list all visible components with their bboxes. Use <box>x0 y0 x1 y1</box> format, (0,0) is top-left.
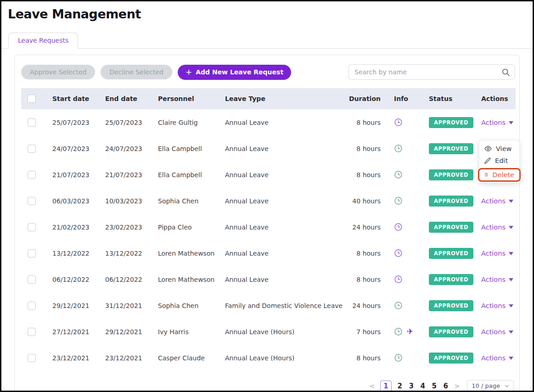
duration-cell: 24 hours <box>348 224 383 231</box>
pagination-pages: 123456 <box>380 381 449 392</box>
row-checkbox[interactable] <box>28 328 36 336</box>
row-checkbox[interactable] <box>28 118 36 127</box>
status-badge: APPROVED <box>429 117 473 128</box>
pagination-next-button[interactable]: > <box>454 382 461 390</box>
personnel-cell: Ivy Harris <box>152 328 219 336</box>
info-cell: ✈ <box>383 353 424 362</box>
pagination-page-1[interactable]: 1 <box>380 381 391 392</box>
pagination-page-5[interactable]: 5 <box>431 382 438 390</box>
actions-dropdown-trigger[interactable]: Actions <box>481 224 513 231</box>
menu-item-delete-label: Delete <box>492 171 514 179</box>
duration-cell: 24 hours <box>348 302 383 309</box>
personnel-cell: Loren Mathewson <box>152 250 219 257</box>
plane-icon: ✈ <box>407 328 413 336</box>
end-date-cell: 24/07/2023 <box>100 145 152 152</box>
chevron-down-icon <box>509 330 513 334</box>
clock-icon <box>394 196 403 205</box>
info-cell: ✈ <box>383 275 424 284</box>
pagination: < 123456 > 10 / page <box>21 380 514 392</box>
start-date-cell: 23/12/2021 <box>47 354 100 362</box>
row-checkbox[interactable] <box>28 197 36 205</box>
table-row: 29/12/2021 31/12/2021 Sophia Chen Family… <box>21 292 516 319</box>
start-date-cell: 21/02/2023 <box>47 224 100 231</box>
personnel-cell: Sophia Chen <box>152 197 219 205</box>
actions-dropdown-trigger[interactable]: Actions <box>481 276 513 283</box>
start-date-cell: 13/12/2022 <box>47 250 100 257</box>
actions-dropdown-trigger[interactable]: Actions <box>481 119 513 126</box>
approve-selected-button[interactable]: Approve Selected <box>21 65 95 79</box>
leave-type-cell: Family and Domestic Violence Leave <box>219 302 348 309</box>
status-badge: APPROVED <box>429 143 473 154</box>
menu-item-view[interactable]: View <box>479 143 519 155</box>
actions-link-label: Actions <box>481 224 506 231</box>
actions-dropdown-trigger[interactable]: Actions <box>481 328 513 336</box>
column-header-leave-type: Leave Type <box>219 95 348 102</box>
column-header-start-date: Start date <box>47 95 100 102</box>
duration-cell: 40 hours <box>348 197 383 205</box>
eye-icon <box>484 146 492 151</box>
menu-item-edit[interactable]: Edit <box>479 155 519 167</box>
select-all-checkbox[interactable] <box>28 95 36 103</box>
content-card: Approve Selected Decline Selected + Add … <box>14 55 520 392</box>
column-header-info: Info <box>383 95 424 102</box>
column-header-actions: Actions <box>476 95 516 102</box>
row-checkbox[interactable] <box>28 249 36 258</box>
pagination-page-2[interactable]: 2 <box>397 382 403 390</box>
add-leave-request-button[interactable]: + Add New Leave Request <box>178 65 291 80</box>
duration-cell: 8 hours <box>348 250 383 257</box>
table-row: 25/07/2023 25/07/2023 Claire Gultig Annu… <box>21 109 516 135</box>
clock-icon <box>394 170 403 179</box>
info-cell: ✈ <box>383 144 424 153</box>
leave-type-cell: Annual Leave (Hours) <box>219 354 348 362</box>
chevron-down-icon <box>509 278 513 281</box>
pagination-page-4[interactable]: 4 <box>420 382 426 390</box>
clock-icon <box>394 327 403 336</box>
end-date-cell: 25/07/2023 <box>100 119 152 126</box>
pagination-prev-button[interactable]: < <box>369 382 375 390</box>
table-row: 13/12/2022 13/12/2022 Loren Mathewson An… <box>21 240 516 266</box>
pagination-page-6[interactable]: 6 <box>443 382 449 390</box>
row-checkbox[interactable] <box>28 302 36 310</box>
actions-dropdown-trigger[interactable]: Actions <box>481 197 513 205</box>
row-checkbox[interactable] <box>28 171 36 179</box>
table-row: 24/07/2023 24/07/2023 Ella Campbell Annu… <box>21 135 516 162</box>
leave-type-cell: Annual Leave <box>219 145 348 152</box>
actions-dropdown-trigger[interactable]: Actions <box>481 302 513 309</box>
page-size-select[interactable]: 10 / page <box>467 380 514 392</box>
actions-link-label: Actions <box>481 119 506 126</box>
decline-selected-button[interactable]: Decline Selected <box>101 65 172 79</box>
column-header-personnel: Personnel <box>152 95 219 102</box>
actions-dropdown-trigger[interactable]: Actions <box>481 250 513 257</box>
tab-bar: Leave Requests <box>1 32 533 49</box>
table-row: 21/02/2023 23/02/2023 Pippa Cleo Annual … <box>21 214 516 240</box>
chevron-down-icon <box>509 304 513 308</box>
search-icon[interactable] <box>502 68 510 78</box>
info-cell: ✈ <box>383 301 424 310</box>
clock-icon <box>394 223 403 231</box>
personnel-cell: Ella Campbell <box>152 145 219 152</box>
page-title: Leave Management <box>1 1 533 21</box>
pagination-page-3[interactable]: 3 <box>408 382 415 390</box>
chevron-down-icon <box>509 121 513 124</box>
table-row: 06/03/2023 10/03/2023 Sophia Chen Annual… <box>21 188 516 214</box>
search-input[interactable] <box>349 64 515 80</box>
actions-dropdown-trigger[interactable]: Actions <box>481 354 513 362</box>
row-checkbox[interactable] <box>28 145 36 153</box>
clock-icon <box>394 144 403 153</box>
row-checkbox[interactable] <box>28 223 36 231</box>
personnel-cell: Loren Mathewson <box>152 276 219 283</box>
menu-item-delete[interactable]: Delete <box>478 168 521 182</box>
end-date-cell: 21/07/2023 <box>100 171 152 179</box>
row-checkbox[interactable] <box>28 354 36 362</box>
start-date-cell: 06/03/2023 <box>47 197 100 205</box>
start-date-cell: 25/07/2023 <box>47 119 100 126</box>
row-checkbox[interactable] <box>28 275 36 284</box>
start-date-cell: 21/07/2023 <box>47 171 100 179</box>
start-date-cell: 27/12/2021 <box>47 328 100 336</box>
tab-leave-requests[interactable]: Leave Requests <box>8 33 78 49</box>
duration-cell: 8 hours <box>348 171 383 179</box>
info-cell: ✈ <box>383 170 424 179</box>
info-cell: ✈ <box>383 118 424 127</box>
actions-link-label: Actions <box>481 302 506 309</box>
duration-cell: 8 hours <box>348 145 383 152</box>
